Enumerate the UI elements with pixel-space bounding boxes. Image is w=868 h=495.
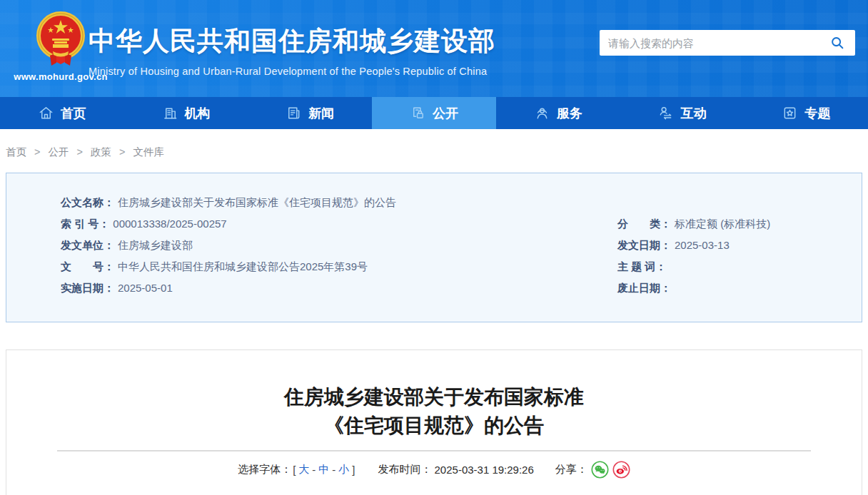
share-group: 分享： — [555, 461, 630, 479]
nav-item-news[interactable]: 新闻 — [248, 97, 372, 129]
article-title-line1: 住房城乡建设部关于发布国家标准 — [6, 383, 862, 412]
meta-label: 实施日期： — [61, 282, 114, 294]
article-title: 住房城乡建设部关于发布国家标准 《住宅项目规范》的公告 — [6, 383, 862, 440]
nav-label: 公开 — [433, 105, 458, 122]
home-icon — [38, 105, 54, 121]
article-panel: 住房城乡建设部关于发布国家标准 《住宅项目规范》的公告 选择字体： [ 大 - … — [6, 349, 862, 495]
nav-item-interaction[interactable]: 互动 — [620, 97, 745, 129]
article-title-line2: 《住宅项目规范》的公告 — [6, 412, 862, 440]
meta-row-issue-date: 发文日期：2025-03-13 — [617, 235, 853, 256]
nav-item-service[interactable]: 服务 — [496, 97, 620, 129]
service-icon — [534, 105, 550, 121]
breadcrumb-home[interactable]: 首页 — [6, 146, 26, 158]
breadcrumb-policy[interactable]: 政策 — [91, 146, 111, 158]
breadcrumb-separator: > — [77, 146, 83, 158]
bracket-open: [ — [293, 464, 296, 476]
nav-label: 互动 — [680, 105, 706, 122]
meta-value: 中华人民共和国住房和城乡建设部公告2025年第39号 — [118, 260, 368, 272]
nav-item-topics[interactable]: 专题 — [744, 97, 868, 129]
font-size-selector: 选择字体： [ 大 - 中 - 小 ] — [238, 463, 356, 476]
meta-label: 发文单位： — [61, 239, 114, 251]
meta-value: 住房城乡建设部 — [118, 239, 193, 251]
meta-value: 2025-03-13 — [675, 239, 730, 251]
font-size-label: 选择字体： — [238, 463, 291, 476]
article-infobar: 选择字体： [ 大 - 中 - 小 ] 发布时间： 2025-03-31 19:… — [6, 461, 862, 479]
nav-label: 专题 — [804, 105, 830, 122]
nav-label: 机构 — [185, 105, 211, 122]
meta-right-column: 分 类：标准定额 (标准科技) 发文日期：2025-03-13 主 题 词： 废… — [617, 213, 853, 299]
topics-icon — [782, 105, 798, 121]
breadcrumb-current: 文件库 — [133, 146, 165, 158]
meta-row-doc-number: 文 号：中华人民共和国住房和城乡建设部公告2025年第39号 — [61, 256, 546, 277]
search-box — [600, 30, 855, 56]
nav-item-home[interactable]: 首页 — [0, 97, 124, 129]
nav-label: 首页 — [61, 105, 86, 122]
site-subtitle: Ministry of Housing and Urban-Rural Deve… — [89, 66, 495, 77]
meta-row-category: 分 类：标准定额 (标准科技) — [617, 213, 853, 235]
news-icon — [286, 105, 302, 121]
site-title-block: 中华人民共和国住房和城乡建设部 Ministry of Housing and … — [89, 24, 495, 77]
meta-label: 分 类： — [617, 218, 671, 230]
search-icon — [829, 35, 845, 51]
breadcrumb-separator: > — [34, 146, 40, 158]
bracket-close: ] — [352, 464, 355, 476]
font-size-separator: - — [332, 464, 335, 476]
font-size-small-link[interactable]: 小 — [338, 463, 349, 476]
meta-row-repeal-date: 废止日期： — [617, 277, 853, 299]
breadcrumb: 首页 > 公开 > 政策 > 文件库 — [6, 146, 164, 159]
font-size-medium-link[interactable]: 中 — [318, 463, 329, 476]
meta-label: 发文日期： — [617, 239, 671, 251]
document-meta-panel: 公文名称：住房城乡建设部关于发布国家标准《住宅项目规范》的公告 索 引 号：00… — [6, 173, 862, 322]
interaction-icon — [657, 105, 674, 121]
meta-row-doc-name: 公文名称：住房城乡建设部关于发布国家标准《住宅项目规范》的公告 — [61, 192, 546, 213]
search-input[interactable] — [608, 37, 828, 49]
publish-time-value: 2025-03-31 19:29:26 — [435, 464, 534, 476]
nav-item-disclosure[interactable]: 公开 — [372, 97, 496, 129]
wechat-icon[interactable] — [591, 461, 609, 479]
meta-label: 废止日期： — [617, 282, 671, 294]
meta-value: 000013338/2025-00257 — [113, 218, 226, 230]
disclosure-icon — [410, 105, 426, 121]
breadcrumb-disclosure[interactable]: 公开 — [49, 146, 69, 158]
meta-label: 主 题 词： — [617, 260, 666, 272]
title-divider — [57, 450, 811, 451]
weibo-icon[interactable] — [612, 461, 630, 479]
meta-label: 文 号： — [61, 260, 114, 272]
meta-left-column: 公文名称：住房城乡建设部关于发布国家标准《住宅项目规范》的公告 索 引 号：00… — [61, 192, 546, 299]
page: www.mohurd.gov.cn 中华人民共和国住房和城乡建设部 Minist… — [0, 0, 868, 495]
meta-row-effective-date: 实施日期：2025-05-01 — [61, 277, 546, 299]
nav-label: 服务 — [557, 105, 582, 122]
meta-value: 住房城乡建设部关于发布国家标准《住宅项目规范》的公告 — [118, 196, 396, 208]
nav-item-organization[interactable]: 机构 — [124, 97, 248, 129]
meta-value: 标准定额 (标准科技) — [675, 218, 770, 230]
main-nav: 首页 机构 新闻 公开 — [0, 97, 868, 129]
nav-label: 新闻 — [308, 105, 334, 122]
national-emblem-icon — [33, 10, 89, 70]
publish-time-label: 发布时间： — [378, 463, 432, 476]
search-button[interactable] — [828, 34, 847, 52]
meta-label: 公文名称： — [61, 196, 114, 208]
meta-value: 2025-05-01 — [118, 282, 173, 294]
share-label: 分享： — [555, 463, 587, 476]
font-size-large-link[interactable]: 大 — [298, 463, 309, 476]
meta-label: 索 引 号： — [61, 218, 109, 230]
organization-icon — [162, 105, 178, 121]
meta-row-issuing-unit: 发文单位：住房城乡建设部 — [61, 235, 546, 256]
meta-row-subject-words: 主 题 词： — [617, 256, 853, 277]
meta-row-index-number: 索 引 号：000013338/2025-00257 — [61, 213, 546, 235]
site-header: www.mohurd.gov.cn 中华人民共和国住房和城乡建设部 Minist… — [0, 0, 868, 97]
font-size-separator: - — [312, 464, 316, 476]
breadcrumb-separator: > — [119, 146, 125, 158]
site-title: 中华人民共和国住房和城乡建设部 — [89, 24, 495, 59]
